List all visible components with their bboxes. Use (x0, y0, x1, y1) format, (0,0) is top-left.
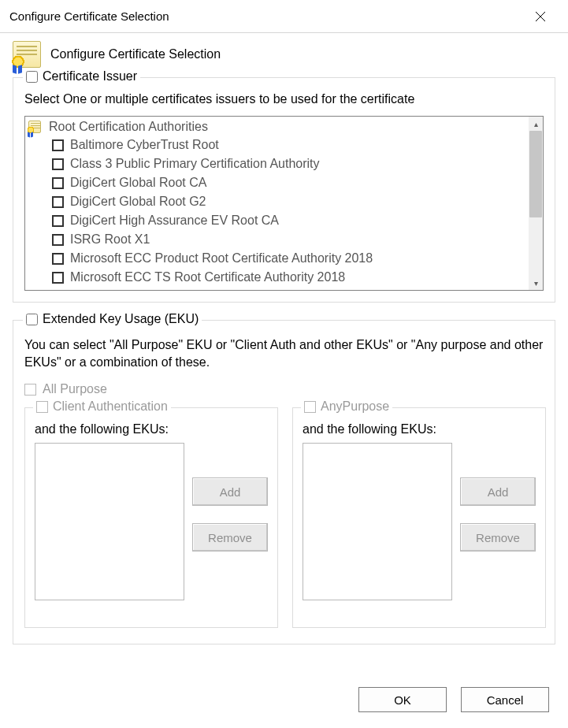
issuer-tree-item[interactable]: Microsoft ECC TS Root Certificate Author… (52, 268, 527, 287)
issuer-item-label: DigiCert High Assurance EV Root CA (70, 211, 279, 230)
issuer-item-checkbox[interactable] (52, 158, 64, 170)
scroll-up-icon[interactable]: ▴ (529, 117, 543, 131)
close-icon (535, 11, 546, 22)
issuer-tree-item[interactable]: DigiCert High Assurance EV Root CA (52, 211, 527, 230)
certificate-issuer-group: Certificate Issuer Select One or multipl… (13, 77, 555, 303)
all-purpose-checkbox (24, 384, 36, 396)
issuer-item-checkbox[interactable] (52, 272, 64, 284)
eku-description: You can select "All Purpose" EKU or "Cli… (24, 336, 544, 371)
issuer-item-label: Baltimore CyberTrust Root (70, 136, 219, 154)
issuer-item-label: Microsoft ECC Product Root Certificate A… (70, 249, 373, 268)
client-auth-legend: Client Authentication (53, 399, 168, 414)
certificate-issuer-description: Select One or multiple certificates issu… (24, 92, 544, 106)
dialog-footer: OK Cancel (358, 687, 549, 712)
scroll-thumb[interactable] (529, 131, 542, 217)
cancel-button[interactable]: Cancel (461, 687, 549, 712)
issuer-tree-item[interactable]: Baltimore CyberTrust Root (52, 136, 527, 154)
dialog-header: Configure Certificate Selection (13, 41, 555, 68)
eku-legend: Extended Key Usage (EKU) (43, 312, 199, 326)
close-button[interactable] (524, 0, 557, 33)
issuer-tree-root[interactable]: Root Certification Authorities (28, 120, 527, 134)
issuer-tree-item[interactable]: Class 3 Public Primary Certification Aut… (52, 154, 527, 173)
scroll-down-icon[interactable]: ▾ (529, 276, 543, 290)
client-auth-eku-list[interactable] (35, 443, 184, 600)
issuer-item-checkbox[interactable] (52, 234, 64, 246)
issuer-item-label: Class 3 Public Primary Certification Aut… (70, 154, 320, 173)
issuer-item-label: Microsoft ECC TS Root Certificate Author… (70, 268, 345, 287)
issuer-item-checkbox[interactable] (52, 139, 64, 151)
client-auth-remove-button: Remove (192, 523, 268, 552)
issuer-item-label: ISRG Root X1 (70, 230, 150, 249)
window-title: Configure Certificate Selection (9, 9, 169, 23)
certificate-issuer-legend: Certificate Issuer (43, 69, 137, 84)
all-purpose-label: All Purpose (43, 382, 107, 396)
any-purpose-add-button: Add (460, 477, 536, 506)
issuer-tree-item[interactable]: ISRG Root X1 (52, 230, 527, 249)
any-purpose-group: AnyPurpose and the following EKUs: Add R… (292, 407, 546, 628)
certificate-icon (28, 121, 44, 133)
issuer-item-checkbox[interactable] (52, 215, 64, 227)
client-auth-add-button: Add (192, 477, 268, 506)
issuer-tree-item[interactable]: DigiCert Global Root CA (52, 173, 527, 192)
issuer-item-label: DigiCert Global Root CA (70, 173, 206, 192)
client-auth-checkbox (36, 401, 48, 413)
client-auth-subtitle: and the following EKUs: (35, 422, 268, 436)
eku-checkbox[interactable] (26, 314, 38, 325)
issuer-item-checkbox[interactable] (52, 177, 64, 189)
issuer-item-label: DigiCert Global Root G2 (70, 192, 206, 211)
dialog-title: Configure Certificate Selection (50, 47, 221, 61)
scrollbar-vertical[interactable]: ▴ ▾ (529, 117, 543, 290)
issuer-tree-item[interactable]: DigiCert Global Root G2 (52, 192, 527, 211)
issuer-tree-root-label: Root Certification Authorities (49, 120, 208, 134)
issuer-tree-item[interactable]: Microsoft ECC Product Root Certificate A… (52, 249, 527, 268)
ok-button[interactable]: OK (358, 687, 447, 712)
any-purpose-remove-button: Remove (460, 523, 536, 552)
eku-group: Extended Key Usage (EKU) You can select … (13, 320, 555, 644)
certificate-icon (13, 41, 44, 68)
issuer-tree[interactable]: Root Certification Authorities Baltimore… (24, 116, 544, 291)
issuer-item-checkbox[interactable] (52, 196, 64, 208)
any-purpose-subtitle: and the following EKUs: (303, 422, 536, 436)
certificate-issuer-checkbox[interactable] (26, 71, 38, 83)
issuer-item-checkbox[interactable] (52, 253, 64, 265)
any-purpose-legend: AnyPurpose (321, 399, 389, 414)
any-purpose-eku-list[interactable] (303, 443, 452, 600)
titlebar: Configure Certificate Selection (0, 0, 568, 33)
client-auth-group: Client Authentication and the following … (24, 407, 278, 628)
any-purpose-checkbox (304, 401, 316, 413)
